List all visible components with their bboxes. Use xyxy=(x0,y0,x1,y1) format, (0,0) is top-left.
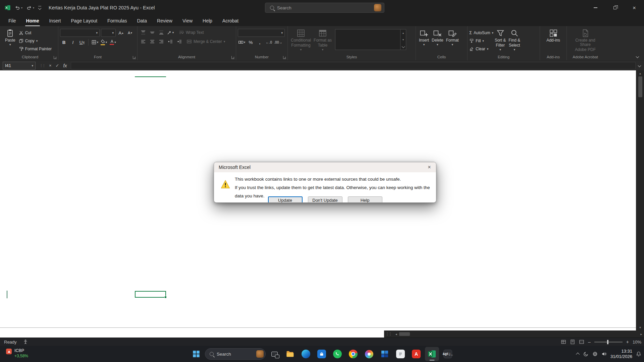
align-middle-button[interactable] xyxy=(148,29,156,36)
name-box[interactable]: I41 ▾ xyxy=(3,62,36,70)
decrease-decimal-button[interactable]: .00→ xyxy=(274,39,282,46)
dialog-title-bar[interactable]: Microsoft Excel × xyxy=(214,162,436,172)
microsoft-store-button[interactable] xyxy=(315,347,329,361)
fill-color-caret[interactable]: ▾ xyxy=(106,41,107,44)
dialog-close-button[interactable]: × xyxy=(423,162,436,172)
increase-decimal-button[interactable]: ←.0 xyxy=(265,39,273,46)
increase-indent-button[interactable] xyxy=(175,38,183,45)
bing-daily-image[interactable] xyxy=(256,350,264,358)
zoom-level[interactable]: 10% xyxy=(633,340,641,345)
format-painter-button[interactable]: Format Painter xyxy=(19,46,52,52)
tab-page-layout[interactable]: Page Layout xyxy=(66,15,102,26)
fill-caret[interactable]: ▾ xyxy=(482,40,484,42)
horizontal-scrollbar-thumb[interactable] xyxy=(399,332,410,336)
paste-caret[interactable]: ▾ xyxy=(9,43,11,46)
bold-button[interactable]: B xyxy=(60,39,68,46)
cell-styles-gallery[interactable]: ▴ ▾ xyxy=(335,29,406,50)
tab-review[interactable]: Review xyxy=(152,15,177,26)
number-dialog-launcher[interactable] xyxy=(283,56,286,59)
titlebar-search-box[interactable]: Search xyxy=(265,3,384,13)
tab-acrobat[interactable]: Acrobat xyxy=(217,15,244,26)
comma-style-button[interactable]: , xyxy=(256,39,264,46)
borders-caret[interactable]: ▾ xyxy=(97,41,99,44)
file-explorer-button[interactable] xyxy=(283,347,297,361)
acrobat-button[interactable]: A xyxy=(409,347,423,361)
clear-button[interactable]: Clear▾ xyxy=(469,46,493,52)
format-as-table-button[interactable]: Format as Table ▾ xyxy=(312,27,333,54)
scroll-left-arrow[interactable]: ◂ xyxy=(393,333,399,336)
restore-button[interactable] xyxy=(605,0,625,15)
clear-caret[interactable]: ▾ xyxy=(487,48,489,50)
task-view-button[interactable] xyxy=(267,347,281,361)
underline-caret[interactable]: ▾ xyxy=(83,41,85,44)
normal-view-icon[interactable] xyxy=(561,339,566,345)
align-right-button[interactable] xyxy=(157,38,165,45)
orientation-caret[interactable]: ▾ xyxy=(172,31,174,34)
enter-button[interactable]: ✓ xyxy=(56,63,59,68)
notifications-bell-icon[interactable] xyxy=(636,351,641,357)
photos-button[interactable] xyxy=(362,347,376,361)
align-left-button[interactable] xyxy=(139,38,147,45)
font-dialog-launcher[interactable] xyxy=(133,56,136,59)
scrollbar-resize-grip[interactable]: ⋮⋮ xyxy=(384,332,393,336)
close-button[interactable]: × xyxy=(625,0,644,15)
whatsapp-button[interactable] xyxy=(330,347,344,361)
redo-button[interactable]: ▾ xyxy=(26,5,34,10)
sort-filter-caret[interactable]: ▾ xyxy=(499,48,501,51)
do-not-disturb-icon[interactable] xyxy=(583,351,589,357)
page-break-view-icon[interactable] xyxy=(579,339,584,345)
collapse-ribbon-chevron[interactable] xyxy=(636,55,639,58)
microsoft-365-button[interactable] xyxy=(378,347,392,361)
volume-icon[interactable] xyxy=(601,351,607,357)
tab-view[interactable]: View xyxy=(177,15,198,26)
format-cells-button[interactable]: Format ▾ xyxy=(445,27,460,54)
wrap-text-button[interactable]: Wrap Text xyxy=(179,29,204,36)
insert-cells-caret[interactable]: ▾ xyxy=(423,43,425,46)
clipboard-dialog-launcher[interactable] xyxy=(54,56,57,59)
gallery-expand-chevron[interactable] xyxy=(401,45,405,48)
orientation-button[interactable]: ▾ xyxy=(166,29,174,36)
underline-button[interactable]: U▾ xyxy=(78,39,86,46)
merge-center-caret[interactable]: ▾ xyxy=(224,40,225,43)
conditional-formatting-button[interactable]: Conditional Formatting ▾ xyxy=(289,27,312,54)
tab-help[interactable]: Help xyxy=(198,15,217,26)
notepad-button[interactable] xyxy=(393,347,408,361)
chrome-button[interactable] xyxy=(346,347,360,361)
font-name-combo[interactable]: ▾ xyxy=(60,29,100,37)
active-cell-selection[interactable] xyxy=(135,291,166,298)
terminal-button[interactable]: &gt;_ xyxy=(441,347,455,361)
accounting-caret[interactable]: ▾ xyxy=(244,41,246,44)
number-format-caret[interactable]: ▾ xyxy=(281,32,283,34)
paste-button[interactable]: Paste ▾ xyxy=(4,27,17,54)
gallery-up-arrow[interactable]: ▴ xyxy=(402,32,404,35)
font-color-button[interactable]: A▾ xyxy=(109,39,117,46)
undo-caret[interactable]: ▾ xyxy=(21,6,22,9)
decrease-indent-button[interactable] xyxy=(166,38,174,45)
autosum-button[interactable]: ΣAutoSum▾ xyxy=(469,29,493,36)
delete-cells-caret[interactable]: ▾ xyxy=(437,43,438,46)
undo-button[interactable]: ▾ xyxy=(15,5,22,10)
search-highlight-image[interactable] xyxy=(374,4,381,11)
find-select-button[interactable]: Find & Select ▾ xyxy=(507,27,522,54)
alignment-dialog-launcher[interactable] xyxy=(231,56,234,59)
italic-button[interactable]: I xyxy=(69,39,77,46)
tab-home[interactable]: Home xyxy=(21,15,44,26)
font-size-caret[interactable]: ▾ xyxy=(112,32,114,34)
edge-button[interactable] xyxy=(299,347,313,361)
insert-cells-button[interactable]: Insert ▾ xyxy=(418,27,430,54)
scroll-right-arrow[interactable]: ▸ xyxy=(638,333,644,336)
horizontal-scrollbar[interactable]: ⋮⋮ ◂ ▸ xyxy=(384,330,644,338)
scroll-down-arrow[interactable]: ▾ xyxy=(639,324,641,330)
name-box-caret[interactable]: ▾ xyxy=(32,64,33,67)
find-select-caret[interactable]: ▾ xyxy=(514,48,515,51)
align-top-button[interactable] xyxy=(139,29,147,36)
minimize-button[interactable] xyxy=(586,0,605,15)
create-share-pdf-button[interactable]: Create and Share Adobe PDF xyxy=(569,27,602,54)
taskbar-search-box[interactable]: Search xyxy=(205,348,266,360)
sheet-tab-strip[interactable] xyxy=(0,330,384,338)
cut-button[interactable]: Cut xyxy=(19,29,52,36)
customize-qat-button[interactable] xyxy=(38,6,41,10)
tab-formulas[interactable]: Formulas xyxy=(102,15,132,26)
tab-data[interactable]: Data xyxy=(132,15,152,26)
formula-bar-grip[interactable]: ⋮⋮ xyxy=(40,64,45,67)
